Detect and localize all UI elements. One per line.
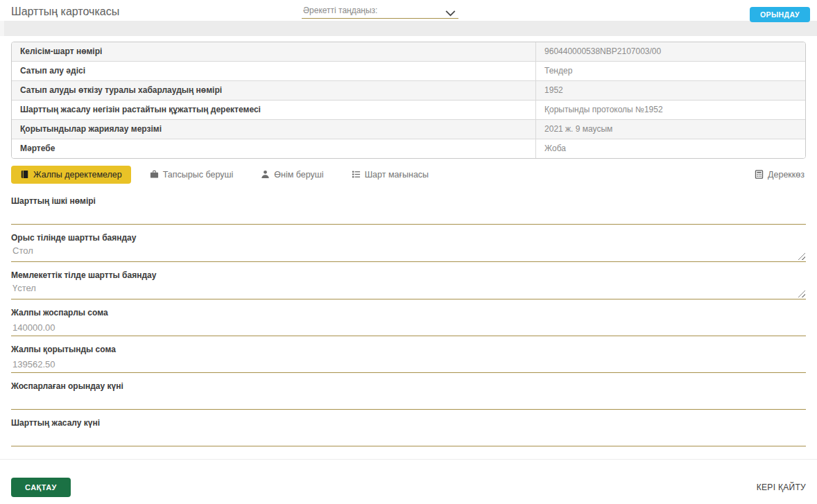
- row-value: Қорытынды протоколы №1952: [535, 101, 805, 119]
- chevron-down-icon: [445, 7, 456, 13]
- tab-contract-subject[interactable]: Шарт мағынасы: [343, 166, 438, 184]
- calculator-icon: [755, 170, 764, 179]
- table-row: Мәртебе Жоба: [12, 139, 805, 158]
- field-label: Орыс тілінде шартты баяндау: [11, 233, 806, 243]
- tab-general-data[interactable]: Жалпы деректемелер: [11, 166, 131, 184]
- book-icon: [20, 170, 29, 179]
- header-divider-band: [0, 21, 817, 36]
- table-row: Шарттың жасалу негізін растайтын құжатты…: [12, 101, 805, 120]
- row-label: Мәртебе: [12, 139, 535, 158]
- briefcase-icon: [150, 170, 159, 179]
- form-field: Жалпы қорытынды сома: [11, 345, 806, 373]
- page-header: Шарттың карточкасы Әрекетті таңдаңыз: ОР…: [0, 0, 817, 21]
- action-select[interactable]: Әрекетті таңдаңыз:: [302, 2, 458, 19]
- person-icon: [261, 170, 270, 179]
- total-final-sum-input[interactable]: [11, 355, 806, 373]
- table-row: Қорытындылар жариялау мерзімі 2021 ж. 9 …: [12, 120, 805, 139]
- contract-internal-number-input[interactable]: [11, 207, 806, 225]
- contract-description-ru-textarea[interactable]: Стол: [11, 243, 806, 262]
- table-row: Сатып алу әдісі Тендер: [12, 62, 805, 81]
- execute-button[interactable]: ОРЫНДАУ: [750, 7, 810, 22]
- field-label: Мемлекеттік тілде шартты баяндау: [11, 270, 806, 281]
- save-button[interactable]: САҚТАУ: [11, 478, 71, 497]
- page-title: Шарттың карточкасы: [11, 6, 119, 18]
- footer: САҚТАУ КЕРІ ҚАЙТУ: [11, 478, 806, 497]
- datasource-link[interactable]: Дереккөз: [755, 170, 805, 180]
- back-link[interactable]: КЕРІ ҚАЙТУ: [757, 483, 806, 492]
- row-value: Жоба: [535, 139, 805, 158]
- total-planned-sum-input[interactable]: [11, 318, 806, 336]
- field-label: Жалпы қорытынды сома: [11, 345, 806, 355]
- field-label: Шарттың ішкі нөмірі: [11, 196, 806, 207]
- action-select-label: Әрекетті таңдаңыз:: [302, 6, 377, 15]
- contract-summary-table: Келісім-шарт нөмірі 960440000538NBP21070…: [11, 42, 806, 159]
- footer-divider: [0, 459, 817, 460]
- field-label: Жалпы жоспарлы сома: [11, 308, 806, 318]
- form-field: Шарттың жасалу күні: [11, 418, 806, 446]
- row-label: Қорытындылар жариялау мерзімі: [12, 120, 535, 139]
- form-field: Жалпы жоспарлы сома: [11, 308, 806, 336]
- tab-customer[interactable]: Тапсырыс беруші: [141, 166, 243, 184]
- tab-label: Өнім беруші: [274, 170, 323, 180]
- table-row: Келісім-шарт нөмірі 960440000538NBP21070…: [12, 42, 805, 62]
- tab-label: Жалпы деректемелер: [33, 170, 122, 180]
- form-field: Шарттың ішкі нөмірі: [11, 196, 806, 225]
- field-label: Шарттың жасалу күні: [11, 418, 806, 428]
- row-label: Шарттың жасалу негізін растайтын құжатты…: [12, 101, 535, 119]
- form-field: Орыс тілінде шартты баяндау Стол: [11, 233, 806, 262]
- tab-label: Тапсырыс беруші: [163, 170, 234, 180]
- general-data-form: Шарттың ішкі нөмірі Орыс тілінде шартты …: [11, 196, 806, 446]
- row-value: 2021 ж. 9 маусым: [535, 120, 805, 139]
- tab-bar: Жалпы деректемелер Тапсырыс беруші Өнім …: [11, 165, 806, 184]
- main-content: Келісім-шарт нөмірі 960440000538NBP21070…: [0, 36, 817, 446]
- form-field: Мемлекеттік тілде шартты баяндау Үстел: [11, 270, 806, 299]
- contract-conclusion-date-input[interactable]: [11, 428, 806, 446]
- row-label: Сатып алуды өткізу туралы хабарлаудың нө…: [12, 81, 535, 100]
- row-value: 1952: [535, 81, 805, 100]
- form-field: Жоспарлаған орындау күні: [11, 381, 806, 410]
- contract-description-kz-textarea[interactable]: Үстел: [11, 281, 806, 299]
- row-value: 960440000538NBP2107003/00: [535, 42, 805, 61]
- table-row: Сатып алуды өткізу туралы хабарлаудың нө…: [12, 81, 805, 101]
- planned-execution-date-input[interactable]: [11, 392, 806, 410]
- tab-label: Шарт мағынасы: [365, 170, 429, 180]
- tab-supplier[interactable]: Өнім беруші: [252, 166, 332, 184]
- list-icon: [352, 170, 361, 179]
- row-label: Сатып алу әдісі: [12, 62, 535, 80]
- datasource-label: Дереккөз: [768, 170, 805, 180]
- row-label: Келісім-шарт нөмірі: [12, 42, 535, 61]
- field-label: Жоспарлаған орындау күні: [11, 381, 806, 392]
- row-value: Тендер: [535, 62, 805, 80]
